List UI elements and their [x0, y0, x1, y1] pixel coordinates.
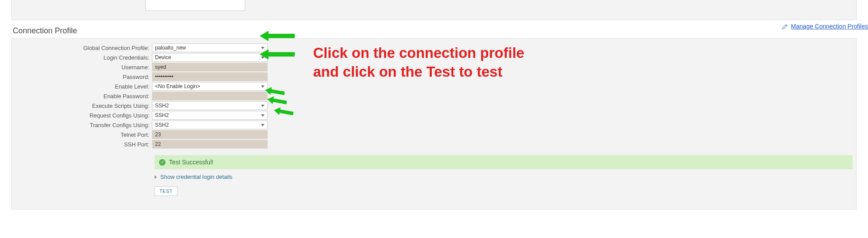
login-credentials-value: Device	[155, 54, 171, 60]
chevron-down-icon	[261, 105, 265, 107]
global-connection-profile-label: Global Connection Profile:	[12, 45, 152, 51]
chevron-down-icon	[261, 85, 265, 88]
manage-connection-profiles-link[interactable]: Manage Connection Profiles	[791, 23, 868, 30]
chevron-down-icon	[261, 114, 265, 117]
annotation-line1: Click on the connection profile	[313, 44, 524, 63]
enable-password-label: Enable Password:	[12, 93, 152, 99]
username-field: syed	[152, 63, 268, 71]
telnet-port-field: 23	[152, 130, 268, 139]
test-status-bar: ✓ Test Successful!	[155, 155, 853, 169]
annotation-line2: and click on the Test to test	[313, 63, 524, 82]
global-connection-profile-select[interactable]: paloalto_new	[152, 43, 268, 52]
ssh-port-value: 22	[155, 141, 161, 147]
panel-title: Connection Profile	[13, 26, 868, 36]
previous-panel-bottom	[11, 0, 857, 20]
previous-panel-input	[145, 0, 245, 11]
username-label: Username:	[12, 64, 152, 71]
transfer-configs-value: SSH2	[155, 122, 169, 128]
enable-level-label: Enable Level:	[12, 83, 152, 90]
chevron-right-icon	[155, 175, 157, 179]
test-button[interactable]: TEST	[155, 186, 177, 196]
password-value: ••••••••••	[155, 74, 173, 80]
test-status-text: Test Successful!	[169, 159, 213, 166]
chevron-down-icon	[261, 57, 265, 59]
show-credential-login-details-link[interactable]: Show credential login details	[155, 174, 856, 180]
transfer-configs-select[interactable]: SSH2	[152, 121, 268, 129]
ssh-port-field: 22	[152, 140, 268, 149]
enable-password-field	[152, 92, 268, 100]
transfer-configs-label: Transfer Configs Using:	[12, 122, 152, 128]
login-credentials-label: Login Credentials:	[12, 54, 152, 61]
chevron-down-icon	[261, 47, 265, 49]
global-connection-profile-value: paloalto_new	[155, 45, 186, 51]
annotation-text: Click on the connection profile and clic…	[313, 44, 524, 82]
username-value: syed	[155, 64, 166, 70]
ssh-port-label: SSH Port:	[12, 141, 152, 148]
password-label: Password:	[12, 74, 152, 80]
success-icon: ✓	[159, 159, 166, 166]
enable-level-select[interactable]: <No Enable Login>	[152, 82, 268, 91]
telnet-port-value: 23	[155, 131, 161, 138]
password-field: ••••••••••	[152, 72, 268, 81]
login-credentials-select[interactable]: Device	[152, 53, 268, 62]
chevron-down-icon	[261, 124, 265, 126]
telnet-port-label: Telnet Port:	[12, 131, 152, 138]
show-details-label: Show credential login details	[160, 174, 233, 180]
execute-scripts-label: Execute Scripts Using:	[12, 103, 152, 109]
execute-scripts-value: SSH2	[155, 103, 169, 109]
request-configs-label: Request Configs Using:	[12, 112, 152, 119]
enable-level-value: <No Enable Login>	[155, 83, 200, 89]
request-configs-select[interactable]: SSH2	[152, 111, 268, 120]
execute-scripts-select[interactable]: SSH2	[152, 101, 268, 110]
edit-icon	[782, 23, 788, 30]
request-configs-value: SSH2	[155, 112, 169, 118]
